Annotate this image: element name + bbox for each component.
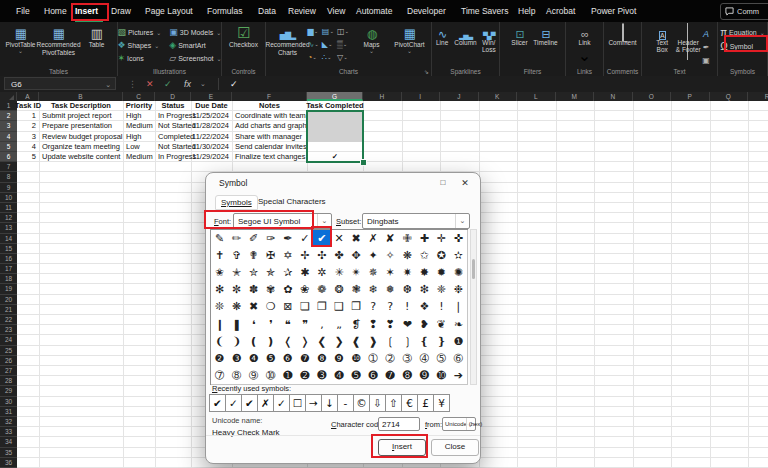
symbol-cell[interactable]: ✻ bbox=[211, 281, 229, 299]
row-header-32[interactable]: 32 bbox=[0, 417, 17, 427]
font-combobox[interactable]: Segoe UI Symbol ⌄ bbox=[233, 213, 332, 229]
chevron-down-icon[interactable]: ⌄ bbox=[312, 54, 317, 60]
column-header-i[interactable]: I bbox=[402, 92, 441, 101]
symbol-cell[interactable]: ❄ bbox=[365, 281, 383, 299]
surface-chart-button[interactable]: ▒⌄ bbox=[337, 39, 349, 49]
row-header-36[interactable]: 36 bbox=[0, 458, 17, 468]
symbol-cell[interactable]: ❙ bbox=[211, 316, 229, 334]
screenshot-button[interactable]: ▱Screenshot⌄ bbox=[169, 53, 221, 63]
line-chart-button[interactable]: ∿⌄ bbox=[308, 39, 319, 49]
row-header-8[interactable]: 8 bbox=[0, 172, 17, 182]
text-box-button[interactable]: ATextBox bbox=[650, 23, 674, 53]
symbol-cell[interactable]: ❶ bbox=[450, 333, 468, 351]
symbol-cell[interactable]: ❇ bbox=[416, 281, 434, 299]
screenshot-chevron-icon[interactable]: ⌄ bbox=[217, 55, 222, 62]
font-chevron-icon[interactable]: ⌄ bbox=[317, 214, 331, 228]
row-header-35[interactable]: 35 bbox=[0, 448, 17, 458]
symbol-cell[interactable]: ✕ bbox=[330, 230, 348, 248]
equation-button[interactable]: πEquation⌄ bbox=[720, 27, 765, 38]
symbol-cell[interactable]: ❤ bbox=[399, 316, 417, 334]
symbol-cell[interactable]: ❾ bbox=[330, 350, 348, 368]
symbol-cell[interactable]: ✲ bbox=[313, 264, 331, 282]
symbol-cell[interactable]: ❚ bbox=[228, 316, 246, 334]
symbol-cell[interactable]: ❭ bbox=[296, 333, 314, 351]
pivotchart-button[interactable]: ▦PivotChart⌄ bbox=[392, 23, 428, 54]
subset-combobox[interactable]: Dingbats ⌄ bbox=[362, 213, 470, 229]
dialog-launcher-icon[interactable]: ⇘ bbox=[424, 68, 429, 75]
symbol-cell[interactable]: ✴ bbox=[348, 264, 366, 282]
name-box-chevron-icon[interactable]: ⌄ bbox=[105, 78, 111, 91]
row-header-3[interactable]: 3 bbox=[0, 121, 17, 131]
symbol-cell[interactable]: ✣ bbox=[313, 247, 331, 265]
symbol-cell[interactable]: ❘ bbox=[450, 298, 468, 316]
row-header-4[interactable]: 4 bbox=[0, 132, 17, 142]
ribbon-tab-data[interactable]: Data bbox=[258, 0, 276, 22]
column-header-p[interactable]: P bbox=[671, 92, 710, 101]
row-header-17[interactable]: 17 bbox=[0, 264, 17, 274]
symbol-cell[interactable]: ❉ bbox=[450, 281, 468, 299]
row-header-14[interactable]: 14 bbox=[0, 234, 17, 244]
symbol-cell[interactable]: ❨ bbox=[211, 333, 229, 351]
symbol-cell[interactable]: ❼ bbox=[296, 350, 314, 368]
ribbon-tab-time-savers[interactable]: Time Savers bbox=[461, 0, 508, 22]
row-header-2[interactable]: 2 bbox=[0, 111, 17, 121]
column-header-a[interactable]: A bbox=[17, 92, 39, 101]
symbol-cell[interactable]: ❽ bbox=[313, 350, 331, 368]
symbol-cell[interactable]: ✗ bbox=[365, 230, 383, 248]
column-header-f[interactable]: F bbox=[232, 92, 307, 101]
symbol-cell[interactable]: ❑ bbox=[330, 298, 348, 316]
column-header-h[interactable]: H bbox=[363, 92, 402, 101]
symbol-cell[interactable]: ✥ bbox=[348, 247, 366, 265]
chevron-down-icon[interactable]: ⌄ bbox=[329, 28, 334, 34]
symbol-cell[interactable]: ✶ bbox=[382, 264, 400, 282]
ribbon-tab-automate[interactable]: Automate bbox=[356, 0, 392, 22]
recent-symbol-cell[interactable]: ✓ bbox=[225, 394, 242, 412]
ribbon-tab-home[interactable]: Home bbox=[44, 0, 67, 22]
tab-special-characters[interactable]: Special Characters bbox=[253, 195, 331, 208]
symbol-cell[interactable]: ➋ bbox=[296, 367, 314, 385]
symbol-cell[interactable]: ✠ bbox=[262, 247, 280, 265]
row-header-15[interactable]: 15 bbox=[0, 244, 17, 254]
ribbon-tab-page-layout[interactable]: Page Layout bbox=[145, 0, 193, 22]
recent-symbol-cell[interactable]: £ bbox=[417, 394, 434, 412]
column-chart-button[interactable]: ▆⌄ bbox=[308, 26, 319, 36]
column-header-b[interactable]: B bbox=[39, 92, 123, 101]
symbol-cell[interactable]: ❀ bbox=[296, 281, 314, 299]
symbol-cell[interactable]: ❻ bbox=[279, 350, 297, 368]
chevron-down-icon[interactable]: ⌄ bbox=[327, 54, 332, 60]
row-header-25[interactable]: 25 bbox=[0, 346, 17, 356]
symbol-cell[interactable]: ❱ bbox=[365, 333, 383, 351]
wordart-button[interactable]: A bbox=[702, 26, 709, 37]
row-header-26[interactable]: 26 bbox=[0, 356, 17, 366]
symbol-cell[interactable]: ✟ bbox=[245, 247, 263, 265]
column-header-m[interactable]: M bbox=[556, 92, 595, 101]
symbol-cell[interactable]: ❪ bbox=[245, 333, 263, 351]
symbol-cell[interactable]: ✧ bbox=[382, 247, 400, 265]
symbol-cell[interactable]: ❈ bbox=[433, 281, 451, 299]
slicer-button[interactable]: ⊡Slicer bbox=[508, 23, 532, 46]
symbol-cell[interactable]: ✮ bbox=[245, 264, 263, 282]
symbol-cell[interactable]: ➎ bbox=[348, 367, 366, 385]
column-button[interactable]: ▂▅▃Column bbox=[454, 23, 476, 46]
symbol-cell[interactable]: ✒ bbox=[279, 230, 297, 248]
symbol-cell[interactable]: ❣ bbox=[382, 316, 400, 334]
column-header-k[interactable]: K bbox=[479, 92, 518, 101]
symbol-cell[interactable]: ➇ bbox=[228, 367, 246, 385]
row-header-28[interactable]: 28 bbox=[0, 376, 17, 386]
symbol-cell[interactable]: ❃ bbox=[348, 281, 366, 299]
symbol-cell[interactable]: ✵ bbox=[365, 264, 383, 282]
link-button[interactable]: ∞Link⌄ bbox=[573, 23, 597, 65]
symbol-cell[interactable]: ➒ bbox=[416, 367, 434, 385]
recent-symbol-cell[interactable]: ¥ bbox=[433, 394, 450, 412]
recent-symbol-cell[interactable]: → bbox=[305, 394, 322, 412]
row-header-21[interactable]: 21 bbox=[0, 305, 17, 315]
name-box[interactable]: G6 ⌄ bbox=[4, 77, 116, 90]
column-header-c[interactable]: C bbox=[123, 92, 155, 101]
insert-function-icon[interactable]: fx bbox=[184, 76, 191, 92]
ribbon-tab-power-pivot[interactable]: Power Pivot bbox=[591, 0, 636, 22]
symbol-cell[interactable]: ➊ bbox=[279, 367, 297, 385]
smartart-button[interactable]: ◈SmartArt bbox=[169, 40, 221, 50]
symbol-cell[interactable]: ✱ bbox=[296, 264, 314, 282]
3d-models-chevron-icon[interactable]: ⌄ bbox=[216, 29, 221, 36]
symbol-cell[interactable]: ✺ bbox=[450, 264, 468, 282]
